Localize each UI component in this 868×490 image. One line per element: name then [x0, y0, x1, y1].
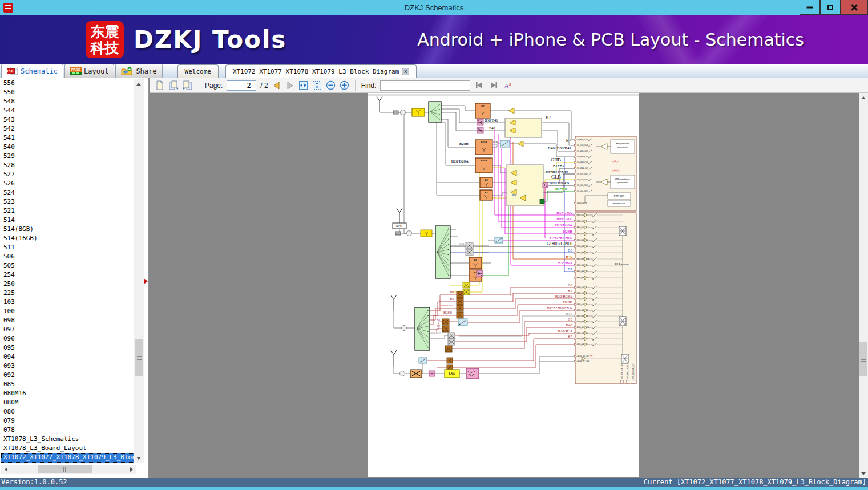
list-item[interactable]: 080M: [1, 399, 134, 408]
list-item[interactable]: 514(16GB): [1, 234, 134, 244]
prev-page-button[interactable]: [272, 81, 281, 90]
list-item[interactable]: 094: [1, 353, 134, 362]
list-item[interactable]: 078: [1, 426, 134, 435]
maximize-button[interactable]: [820, 0, 841, 15]
titlebar: DZKJ Schematics: [0, 0, 868, 15]
list-item[interactable]: 524: [1, 189, 134, 198]
svg-text:B20/B28A: B20/B28A: [555, 223, 572, 228]
tab-share[interactable]: + Share: [115, 64, 162, 78]
page-number-input[interactable]: [227, 80, 256, 91]
list-item[interactable]: 097: [1, 326, 134, 335]
svg-text:B38/B41: B38/B41: [485, 118, 498, 122]
statusbar: Version:1.0.0.52 Current [XT1072_XT1077_…: [0, 478, 868, 487]
scroll-right-icon[interactable]: [127, 465, 136, 474]
list-item[interactable]: 080: [1, 408, 134, 417]
list-item[interactable]: 529: [1, 152, 134, 161]
list-item[interactable]: 506: [1, 253, 134, 262]
list-item[interactable]: 079: [1, 417, 134, 426]
svg-text:B20/B28A: B20/B28A: [441, 304, 453, 307]
list-item[interactable]: 095: [1, 344, 134, 353]
find-label: Find:: [361, 82, 377, 90]
list-item[interactable]: 528: [1, 161, 134, 171]
list-item[interactable]: 523: [1, 198, 134, 207]
minimize-button[interactable]: [800, 0, 820, 15]
list-item[interactable]: 505: [1, 262, 134, 271]
list-item[interactable]: 096: [1, 335, 134, 344]
sidebar-horizontal-scrollbar[interactable]: [1, 465, 136, 474]
svg-text:B8: B8: [450, 290, 454, 294]
page-total: / 2: [260, 82, 268, 90]
list-item[interactable]: XT1078_L3_Schematics: [1, 435, 134, 444]
scroll-up-icon[interactable]: [859, 93, 868, 102]
next-page-button[interactable]: [285, 81, 294, 90]
sidebar-vertical-scrollbar[interactable]: [134, 79, 144, 463]
tab-welcome[interactable]: Welcome: [177, 64, 219, 78]
list-item[interactable]: 544: [1, 107, 134, 116]
page-list: 5565505485445435425415405295285275265245…: [1, 79, 134, 463]
list-item[interactable]: 541: [1, 134, 134, 143]
single-page-icon[interactable]: [155, 80, 164, 90]
svg-text:PADS: PADS: [71, 68, 80, 71]
list-item[interactable]: 521: [1, 207, 134, 216]
list-item[interactable]: 080M16: [1, 390, 134, 399]
scrollbar-thumb[interactable]: [38, 465, 92, 473]
list-item[interactable]: 526: [1, 180, 134, 189]
version-text: Version:1.0.0.52: [1, 478, 67, 487]
list-item[interactable]: 098: [1, 317, 134, 326]
match-case-icon[interactable]: A a: [503, 81, 513, 90]
scrollbar-thumb[interactable]: [859, 342, 867, 376]
list-item[interactable]: 250: [1, 280, 134, 289]
fit-width-icon[interactable]: [298, 80, 308, 90]
list-item[interactable]: 103: [1, 298, 134, 307]
list-item[interactable]: 514: [1, 216, 134, 225]
schematic-page[interactable]: TX_HB1_OUTTX_HB2_OUTTX_MB1_OUTTX_MB2_OUT…: [368, 93, 639, 477]
dzkj-logo: 东震 科技: [86, 21, 124, 58]
list-item[interactable]: 550: [1, 88, 134, 98]
book-view-icon[interactable]: [183, 80, 193, 90]
svg-text:B28B: B28B: [443, 310, 453, 314]
list-item[interactable]: 085: [1, 380, 134, 390]
svg-text:B20/B28A: B20/B28A: [555, 294, 572, 299]
svg-text:GLB: GLB: [551, 174, 561, 180]
find-input[interactable]: [380, 80, 470, 91]
svg-text:B28A: B28A: [493, 144, 498, 146]
list-item[interactable]: 092: [1, 371, 134, 380]
tab-close-icon[interactable]: x: [402, 68, 409, 75]
list-item-selected[interactable]: XT1072_XT1077_XT1078_XT1079_L3_Block_Dia…: [1, 453, 134, 463]
list-item[interactable]: 254: [1, 271, 134, 280]
list-item[interactable]: XT1078_L3_Board_Layout: [1, 444, 134, 453]
zoom-in-button[interactable]: [340, 80, 349, 90]
list-item[interactable]: 514(8GB): [1, 225, 134, 234]
list-item[interactable]: 548: [1, 98, 134, 107]
list-item[interactable]: 542: [1, 125, 134, 134]
scroll-up-icon[interactable]: [134, 79, 143, 88]
list-item[interactable]: 556: [1, 79, 134, 88]
scroll-down-icon[interactable]: [134, 453, 143, 463]
scrollbar-thumb[interactable]: [135, 339, 143, 376]
list-item[interactable]: 527: [1, 171, 134, 180]
zoom-out-button[interactable]: [326, 80, 336, 90]
scroll-down-icon[interactable]: [859, 469, 868, 478]
find-previous-icon[interactable]: [474, 81, 485, 90]
tab-layout[interactable]: PADS Layout: [64, 64, 114, 78]
close-button[interactable]: [841, 0, 868, 15]
facing-pages-icon[interactable]: [168, 80, 179, 90]
svg-text:B2: B2: [485, 191, 488, 194]
find-next-icon[interactable]: [488, 81, 499, 90]
list-item[interactable]: 225: [1, 289, 134, 298]
list-item[interactable]: 511: [1, 244, 134, 253]
scroll-left-icon[interactable]: [1, 465, 10, 474]
list-item[interactable]: 540: [1, 143, 134, 152]
svg-text:GHB: GHB: [551, 157, 561, 163]
tab-schematic[interactable]: PDF Schematic: [1, 64, 63, 78]
list-item[interactable]: 543: [1, 116, 134, 125]
fit-page-icon[interactable]: [312, 80, 322, 90]
list-item[interactable]: 093: [1, 362, 134, 371]
svg-text:B8: B8: [568, 283, 573, 287]
svg-text:DRX_LB_LCA_OUT: DRX_LB_LCA_OUT: [632, 364, 635, 379]
tab-block-diagram[interactable]: XT1072_XT1077_XT1078_XT1079_L3_Block_Dia…: [225, 64, 417, 78]
document-viewport[interactable]: TX_HB1_OUTTX_HB2_OUTTX_MB1_OUTTX_MB2_OUT…: [150, 93, 859, 478]
document-vertical-scrollbar[interactable]: [859, 93, 868, 478]
svg-text:B7: B7: [568, 334, 573, 339]
list-item[interactable]: 100: [1, 307, 134, 317]
